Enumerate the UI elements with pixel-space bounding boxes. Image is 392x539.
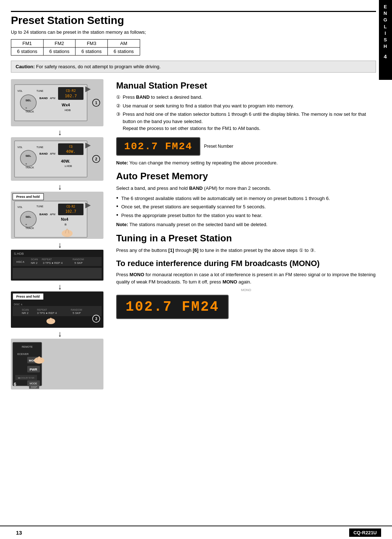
caution-text: Caution: For safety reasons, do not atte… <box>16 64 161 69</box>
diagram-6: REMOTE ECEIVER MONO PWR ■■ DOLBY B NR MO… <box>11 339 109 389</box>
bullet-3: Press the appropriate preset button for … <box>116 212 376 219</box>
display-freq-mono: 102.7 FM24 <box>126 299 219 315</box>
svg-text:TRACK: TRACK <box>25 110 34 113</box>
side-tab-l: L <box>384 24 387 30</box>
svg-text:B: B <box>65 223 66 226</box>
svg-text:SEL: SEL <box>25 215 31 219</box>
svg-text:SCAN: SCAN <box>22 309 29 311</box>
svg-text:40W.: 40W. <box>66 149 76 154</box>
side-tab-g: G <box>383 17 387 23</box>
svg-text:2: 2 <box>95 157 97 161</box>
auto-preset-note: Note: The stations manually preset on th… <box>116 221 376 228</box>
mono-label: MONO <box>116 288 376 292</box>
svg-text:SEL: SEL <box>25 154 31 158</box>
mono-title: To reduce interference during FM broadca… <box>116 259 376 268</box>
table-header-fm3: FM3 <box>75 40 108 48</box>
table-header-row: FM1 FM2 FM3 AM <box>11 40 140 48</box>
step-3: ③ Press and hold one of the station sele… <box>116 111 376 132</box>
tuning-preset-text: Press any of the buttons [1] through [6]… <box>116 247 376 254</box>
svg-text:APM: APM <box>50 213 55 216</box>
preset-number-label: Preset Number <box>204 144 233 149</box>
side-tab-i: I <box>385 30 387 37</box>
left-column-diagrams: CQ-R2 102.7 SEL VOL BAND APM TUNE « TRAC… <box>11 79 109 392</box>
side-tab-e: E <box>384 4 387 10</box>
page-number: 13 <box>16 530 22 536</box>
svg-point-43 <box>20 211 36 227</box>
svg-text:VOL: VOL <box>17 146 23 148</box>
svg-text:TUNE: TUNE <box>36 146 43 148</box>
auto-preset-title: Auto Preset Memory <box>116 171 376 182</box>
svg-text:APM: APM <box>50 97 55 99</box>
svg-text:Press and hold: Press and hold <box>16 195 40 199</box>
model-number: CQ-R221U <box>349 528 381 537</box>
svg-text:«: « <box>25 162 27 166</box>
side-tab-n: N <box>384 10 387 17</box>
svg-text:Press and hold: Press and hold <box>16 295 40 298</box>
svg-text:HSC∧: HSC∧ <box>16 260 25 264</box>
diagram-3: Press and hold CQ-R2 102.7 SEL BAND APM … <box>11 192 109 239</box>
svg-text:VOL: VOL <box>17 206 23 208</box>
svg-text:HDB: HDB <box>65 109 71 112</box>
svg-text:REPEAT: REPEAT <box>42 258 52 261</box>
svg-text:40W.: 40W. <box>61 159 70 163</box>
diagram-1: CQ-R2 102.7 SEL VOL BAND APM TUNE « TRAC… <box>11 79 109 126</box>
svg-text:Wx4: Wx4 <box>62 103 70 107</box>
tuning-preset-title: Tuning in a Preset Station <box>116 233 376 244</box>
svg-text:5 SKP: 5 SKP <box>74 261 83 265</box>
display-readout-mono: 102.7 FM24 <box>116 295 229 319</box>
table-cell-fm3: 6 stations <box>75 48 108 56</box>
arrow-3: ↓ <box>11 241 109 249</box>
side-tab-number: 4 <box>384 53 387 60</box>
svg-text:3 TPS ● REP 4: 3 TPS ● REP 4 <box>37 311 57 315</box>
svg-text:BAND: BAND <box>39 213 48 216</box>
mono-section: To reduce interference during FM broadca… <box>116 259 376 321</box>
arrow-1: ↓ <box>11 128 109 136</box>
radio-diagram-3: Press and hold CQ-R2 102.7 SEL BAND APM … <box>11 192 103 239</box>
svg-text:DISP: DISP <box>31 386 37 388</box>
svg-text:TUNE: TUNE <box>36 90 43 92</box>
svg-text:6: 6 <box>14 382 16 387</box>
page-title: Preset Station Setting <box>11 14 376 26</box>
svg-text:SEL: SEL <box>25 99 31 102</box>
svg-text:s.HDB: s.HDB <box>65 165 72 167</box>
manual-preset-title: Manual Station Preset <box>116 81 376 91</box>
manual-note: Note: You can change the memory setting … <box>116 159 376 167</box>
svg-text:NR 2: NR 2 <box>31 261 38 265</box>
bullet-2: Once set, the preset stations are sequen… <box>116 203 376 211</box>
bullet-1: The 6 strongest available stations will … <box>116 195 376 202</box>
svg-text:«: « <box>25 106 27 110</box>
table-header-am: AM <box>107 40 140 48</box>
svg-text:APM: APM <box>50 152 55 155</box>
radio-diagram-6: REMOTE ECEIVER MONO PWR ■■ DOLBY B NR MO… <box>11 339 103 389</box>
side-tab-s: S <box>384 37 387 43</box>
svg-text:REMOTE: REMOTE <box>22 346 33 348</box>
svg-text:3: 3 <box>95 317 97 321</box>
steps-list: ① Press BAND to select a desired band. ②… <box>116 94 376 132</box>
svg-text:ECEIVER: ECEIVER <box>17 353 29 355</box>
svg-text:BAND: BAND <box>39 152 48 155</box>
svg-text:RANDOM: RANDOM <box>71 309 82 311</box>
right-column-text: Manual Station Preset ① Press BAND to se… <box>116 79 376 392</box>
svg-text:CQ-R2: CQ-R2 <box>66 89 75 93</box>
arrow-5: ↓ <box>11 330 109 338</box>
table-cell-am: 6 stations <box>107 48 140 56</box>
table-header-fm2: FM2 <box>43 40 75 48</box>
table-cell-fm2: 6 stations <box>43 48 75 56</box>
display-readout-manual: 102.7 FM24 <box>116 137 200 156</box>
station-table: FM1 FM2 FM3 AM 6 stations 6 stations 6 s… <box>11 39 140 56</box>
svg-text:102.7: 102.7 <box>65 94 77 98</box>
top-border <box>11 11 376 12</box>
table-data-row: 6 stations 6 stations 6 stations 6 stati… <box>11 48 140 56</box>
svg-text:CQ: CQ <box>69 145 73 148</box>
radio-diagram-4: S.HDB HSC∧ SCAN NR 2 REPEAT 3 TPS ● REP … <box>11 250 103 281</box>
svg-text:TRACK: TRACK <box>25 166 34 169</box>
diagram-2: CQ 40W. SEL VOL BAND APM TUNE « TRACK 40… <box>11 137 109 181</box>
auto-preset-bullets: The 6 strongest available stations will … <box>116 195 376 219</box>
svg-text:SCAN: SCAN <box>31 258 38 261</box>
step-2: ② Use manual or seek tuning to find a st… <box>116 102 376 110</box>
svg-point-23 <box>20 150 36 166</box>
main-content: Preset Station Setting Up to 24 stations… <box>11 0 376 392</box>
subtitle: Up to 24 stations can be preset in the s… <box>11 29 376 35</box>
svg-text:102.7: 102.7 <box>65 209 76 213</box>
caution-box: Caution: For safety reasons, do not atte… <box>11 61 376 73</box>
